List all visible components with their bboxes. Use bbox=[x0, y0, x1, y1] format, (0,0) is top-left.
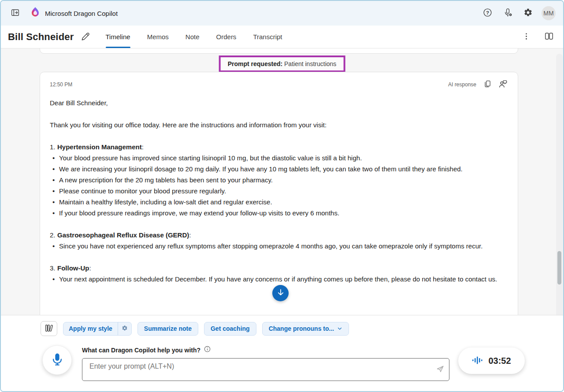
change-pronouns-button[interactable]: Change pronouns to... bbox=[262, 322, 349, 336]
bullet-item: If your blood pressure readings improve,… bbox=[50, 207, 504, 218]
help-icon: ? bbox=[483, 8, 492, 18]
summarize-note-button[interactable]: Summarize note bbox=[137, 322, 198, 336]
response-meta: AI response bbox=[448, 79, 508, 90]
tab-timeline[interactable]: Timeline bbox=[106, 26, 130, 48]
feedback-button[interactable] bbox=[497, 79, 508, 90]
prompt-requested-label: Prompt requested: bbox=[228, 60, 282, 67]
microphone-settings-button[interactable] bbox=[501, 6, 515, 20]
tabs: Timeline Memos Note Orders Transcript bbox=[106, 26, 299, 48]
pencil-icon bbox=[81, 31, 90, 42]
apply-style-split-button: Apply my style bbox=[63, 322, 132, 336]
tab-orders[interactable]: Orders bbox=[216, 26, 237, 48]
copy-response-button[interactable] bbox=[482, 80, 492, 89]
more-options-button[interactable] bbox=[519, 30, 533, 44]
bullet-item: Since you have not experienced any reflu… bbox=[50, 240, 504, 251]
open-panel-button[interactable] bbox=[8, 6, 22, 20]
tab-transcript[interactable]: Transcript bbox=[253, 26, 282, 48]
tab-note[interactable]: Note bbox=[186, 26, 200, 48]
scrollbar-track[interactable] bbox=[556, 54, 563, 315]
ai-response-card: 12:50 PM AI response bbox=[40, 72, 518, 315]
library-icon bbox=[45, 324, 53, 334]
section-bullets: Your blood pressure has improved since s… bbox=[50, 152, 504, 218]
top-bar: Microsoft Dragon Copilot ? bbox=[1, 1, 563, 26]
composer-footer: Apply my style Summarize note Get coachi… bbox=[1, 315, 563, 391]
gear-icon bbox=[122, 325, 128, 333]
section-title: Follow-Up bbox=[57, 264, 89, 272]
bullet-item: Your next appointment is scheduled for D… bbox=[50, 274, 504, 285]
microphone-settings-icon bbox=[503, 8, 512, 18]
person-feedback-icon bbox=[498, 79, 508, 90]
brand: Microsoft Dragon Copilot bbox=[30, 7, 118, 20]
ai-response-badge: AI response bbox=[448, 81, 476, 88]
avatar-initials: MM bbox=[542, 6, 556, 20]
chevron-down-icon bbox=[337, 326, 342, 331]
copy-icon bbox=[483, 80, 492, 89]
previous-card-edge bbox=[40, 48, 518, 54]
response-card-header: 12:50 PM AI response bbox=[50, 79, 508, 90]
dictation-microphone-button[interactable] bbox=[42, 345, 72, 375]
apply-my-style-button[interactable]: Apply my style bbox=[63, 322, 118, 335]
svg-text:?: ? bbox=[486, 10, 489, 15]
prompt-library-button[interactable] bbox=[41, 321, 57, 336]
recording-timer-pill[interactable]: 03:52 bbox=[458, 348, 525, 374]
audio-waveform-icon bbox=[472, 355, 483, 367]
change-pronouns-label: Change pronouns to... bbox=[269, 325, 334, 332]
bullet-item: We are increasing your lisinopril dosage… bbox=[50, 163, 504, 174]
tab-memos[interactable]: Memos bbox=[147, 26, 169, 48]
settings-button[interactable] bbox=[521, 6, 535, 20]
section-number: 1. bbox=[50, 141, 57, 152]
section-title: Hypertension Management bbox=[57, 143, 142, 151]
prompt-label: What can Dragon Copilot help you with? bbox=[82, 347, 200, 354]
prompt-label-row: What can Dragon Copilot help you with? bbox=[82, 346, 449, 354]
patient-tab-bar: Bill Schneider Timeline Memos Note Order… bbox=[1, 26, 563, 48]
scrollbar-thumb[interactable] bbox=[557, 251, 561, 285]
dragon-copilot-flame-logo bbox=[30, 7, 41, 20]
microphone-icon bbox=[50, 352, 64, 368]
section-title: Gastroesophageal Reflux Disease (GERD) bbox=[57, 231, 189, 239]
split-view-button[interactable] bbox=[542, 30, 556, 44]
prompt-requested-value: Patient instructions bbox=[284, 60, 336, 67]
send-prompt-button[interactable] bbox=[435, 364, 445, 375]
section-suffix: : bbox=[142, 143, 144, 151]
section-bullets: Your next appointment is scheduled for D… bbox=[50, 274, 504, 285]
topbar-actions: ? bbox=[480, 6, 556, 21]
response-timestamp: 12:50 PM bbox=[50, 81, 72, 88]
patient-header: Bill Schneider bbox=[8, 30, 93, 44]
quick-actions-row: Apply my style Summarize note Get coachi… bbox=[41, 321, 349, 336]
prompt-input[interactable] bbox=[82, 358, 449, 381]
section-gerd: 2.Gastroesophageal Reflux Disease (GERD)… bbox=[50, 229, 504, 251]
timeline-content: Prompt requested: Patient instructions 1… bbox=[1, 48, 563, 315]
edit-patient-button[interactable] bbox=[78, 30, 93, 44]
recording-time: 03:52 bbox=[488, 356, 511, 366]
gear-icon bbox=[523, 8, 533, 18]
help-button[interactable]: ? bbox=[480, 6, 494, 20]
user-avatar[interactable]: MM bbox=[541, 6, 556, 21]
section-heading: 1.Hypertension Management: bbox=[50, 141, 504, 152]
arrow-down-icon bbox=[276, 288, 285, 298]
apply-style-settings-button[interactable] bbox=[118, 322, 131, 335]
app-title: Microsoft Dragon Copilot bbox=[45, 10, 118, 17]
kebab-menu-icon bbox=[522, 32, 531, 42]
section-suffix: : bbox=[89, 264, 91, 272]
patient-name: Bill Schneider bbox=[8, 31, 74, 43]
section-heading: 3.Follow-Up: bbox=[50, 263, 504, 274]
section-hypertension: 1.Hypertension Management: Your blood pr… bbox=[50, 141, 504, 218]
info-icon[interactable] bbox=[204, 346, 211, 354]
prompt-input-wrap bbox=[82, 358, 449, 381]
section-heading: 2.Gastroesophageal Reflux Disease (GERD)… bbox=[50, 229, 504, 240]
section-number: 2. bbox=[50, 229, 57, 240]
prompt-requested-divider: Prompt requested: Patient instructions bbox=[219, 55, 345, 72]
scroll-to-bottom-button[interactable] bbox=[272, 285, 289, 301]
section-followup: 3.Follow-Up: Your next appointment is sc… bbox=[50, 263, 504, 285]
section-number: 3. bbox=[50, 263, 57, 274]
intro-paragraph: Thank you for visiting our office today.… bbox=[50, 119, 504, 130]
salutation: Dear Bill Schneider, bbox=[50, 97, 504, 108]
bullet-item: A new prescription for the 20 mg tablets… bbox=[50, 174, 504, 185]
prompt-area: What can Dragon Copilot help you with? bbox=[82, 346, 449, 381]
section-bullets: Since you have not experienced any reflu… bbox=[50, 240, 504, 251]
get-coaching-button[interactable]: Get coaching bbox=[204, 322, 256, 336]
open-panel-icon bbox=[11, 8, 20, 18]
section-suffix: : bbox=[189, 231, 191, 239]
send-icon bbox=[435, 364, 445, 375]
split-view-icon bbox=[544, 31, 554, 42]
